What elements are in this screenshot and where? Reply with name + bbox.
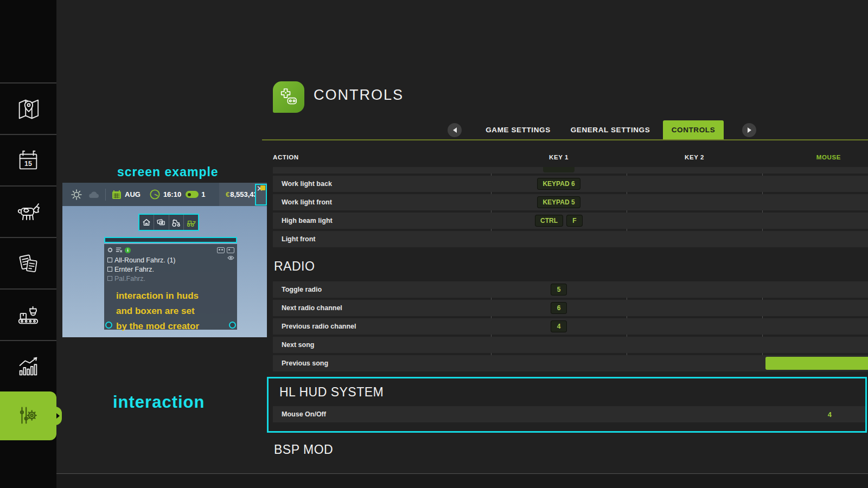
key1-cell[interactable] xyxy=(491,406,627,422)
key-badge[interactable]: CTRL xyxy=(535,215,563,227)
key1-cell[interactable] xyxy=(491,231,627,247)
toolbar-slot-buildings[interactable] xyxy=(139,215,154,230)
calendar-icon: 15 xyxy=(16,148,41,173)
action-label: Previous radio channel xyxy=(273,318,491,335)
key1-cell[interactable] xyxy=(491,337,627,353)
key-badge[interactable]: 6 xyxy=(551,302,567,314)
table-row: Next radio channel6 xyxy=(273,300,868,316)
keyboard-toggle-icon[interactable] xyxy=(217,247,225,253)
gamepad-toggle-icon[interactable] xyxy=(227,247,234,253)
annotation-screen-example: screen example xyxy=(117,165,219,179)
bottom-scroll-band xyxy=(56,473,868,488)
section-title-bsp: BSP MOD xyxy=(273,433,868,465)
resize-handle-right[interactable] xyxy=(229,322,236,329)
hud-panel: i All-Round Fahrz. (1) Ernter Fahrz. Pal… xyxy=(104,244,237,330)
day-pill-icon xyxy=(186,191,199,198)
vehicle-group-list: All-Round Fahrz. (1) Ernter Fahrz. Pal.F… xyxy=(104,254,237,283)
key-badge[interactable]: F xyxy=(566,215,583,227)
toolbar-slot-finance[interactable] xyxy=(154,215,169,230)
map-icon xyxy=(16,97,41,121)
key2-cell[interactable] xyxy=(627,231,762,247)
sidebar-item-statistics[interactable] xyxy=(0,340,56,391)
sidebar-item-production[interactable] xyxy=(0,288,56,340)
section-rows-lights: Work light backKEYPAD 6Work light frontK… xyxy=(273,167,868,247)
mouse-cell[interactable] xyxy=(762,318,868,335)
key2-cell[interactable] xyxy=(627,213,762,229)
mouse-cell[interactable] xyxy=(762,194,868,210)
key1-cell[interactable]: 6 xyxy=(491,300,627,316)
key2-cell[interactable] xyxy=(627,176,762,192)
sun-icon xyxy=(70,188,83,201)
key1-cell[interactable]: KEYPAD 6 xyxy=(491,176,627,192)
key2-cell[interactable] xyxy=(627,337,762,353)
tab-game-settings[interactable]: GAME SETTINGS xyxy=(477,120,559,140)
sidebar-item-contracts[interactable] xyxy=(0,237,56,288)
table-row: Next song xyxy=(273,337,868,353)
key2-cell[interactable] xyxy=(627,281,762,298)
key-badge[interactable]: 4 xyxy=(551,320,567,332)
list-item[interactable]: Pal.Fahrz. xyxy=(107,274,234,283)
tab-general-settings[interactable]: GENERAL SETTINGS xyxy=(564,120,656,140)
checkbox-icon[interactable] xyxy=(107,258,112,262)
mouse-cell[interactable] xyxy=(762,213,868,229)
annotation-interaction: interaction xyxy=(113,393,205,412)
tabs-prev-button[interactable] xyxy=(448,123,462,137)
key2-cell[interactable] xyxy=(627,300,762,316)
key1-cell[interactable]: CTRLF xyxy=(491,213,627,229)
mouse-cell[interactable] xyxy=(762,281,868,298)
table-row: Previous song xyxy=(273,355,868,371)
mouse-binding-button[interactable] xyxy=(765,357,868,370)
sidebar-item-settings-active[interactable] xyxy=(0,391,56,440)
key2-cell[interactable] xyxy=(627,406,762,422)
column-header-key1: KEY 1 xyxy=(491,154,627,160)
column-header-action: ACTION xyxy=(273,154,491,160)
key2-cell[interactable] xyxy=(627,355,762,371)
mouse-cell[interactable] xyxy=(762,337,868,353)
action-label: Previous song xyxy=(273,355,491,371)
cow-icon xyxy=(15,199,41,225)
key-badge[interactable]: 5 xyxy=(551,284,567,296)
mouse-cell[interactable]: 4 xyxy=(762,406,865,422)
table-row: Previous radio channel4 xyxy=(273,318,868,335)
list-item[interactable]: Ernter Fahrz. xyxy=(107,265,234,274)
tractor-icon xyxy=(171,217,181,228)
key1-cell[interactable] xyxy=(491,355,627,371)
action-label: Work light back xyxy=(273,176,491,192)
hud-quick-toolbar[interactable] xyxy=(138,214,199,231)
key2-cell[interactable] xyxy=(627,194,762,210)
tab-controls[interactable]: CONTROLS xyxy=(663,120,724,140)
key-badge[interactable]: KEYPAD 5 xyxy=(537,196,580,208)
checkbox-icon[interactable] xyxy=(107,267,112,272)
tabs-next-button[interactable] xyxy=(742,123,756,137)
mouse-cell[interactable] xyxy=(762,231,868,247)
sidebar-item-animals[interactable] xyxy=(0,185,56,237)
checkbox-icon[interactable] xyxy=(107,276,112,281)
active-indicator-arrow xyxy=(56,413,60,419)
list-filter-icon[interactable] xyxy=(116,247,123,253)
key1-cell[interactable]: 5 xyxy=(491,281,627,298)
sidebar-item-calendar[interactable]: 15 xyxy=(0,134,56,185)
note-line: and boxen are set xyxy=(116,304,237,319)
mouse-binding-label: 4 xyxy=(828,410,832,419)
controls-header-icon xyxy=(273,81,304,113)
section-title-radio: RADIO xyxy=(273,249,868,281)
resize-handle-left[interactable] xyxy=(105,322,112,329)
key2-cell[interactable] xyxy=(627,318,762,335)
list-item[interactable]: All-Round Fahrz. (1) xyxy=(107,255,234,265)
key-badge[interactable]: KEYPAD 6 xyxy=(537,178,580,190)
hud-panel-drag-bar[interactable] xyxy=(104,237,237,243)
toolbar-slot-vehicles[interactable] xyxy=(169,215,184,230)
panel-icon-row: i xyxy=(104,244,237,254)
info-icon[interactable]: i xyxy=(125,247,131,253)
day-count-label: 1 xyxy=(201,190,205,198)
toolbar-slot-harvester[interactable] xyxy=(184,215,198,230)
table-row-partial xyxy=(273,167,868,174)
mouse-cell[interactable] xyxy=(762,355,868,371)
gear-icon[interactable] xyxy=(107,247,113,253)
mouse-cell[interactable] xyxy=(762,176,868,192)
mouse-cell[interactable] xyxy=(762,300,868,316)
key1-cell[interactable]: 4 xyxy=(491,318,627,335)
key1-cell[interactable]: KEYPAD 5 xyxy=(491,194,627,210)
hud-corner-widget[interactable] xyxy=(255,184,267,206)
sidebar-item-map[interactable] xyxy=(0,82,56,134)
